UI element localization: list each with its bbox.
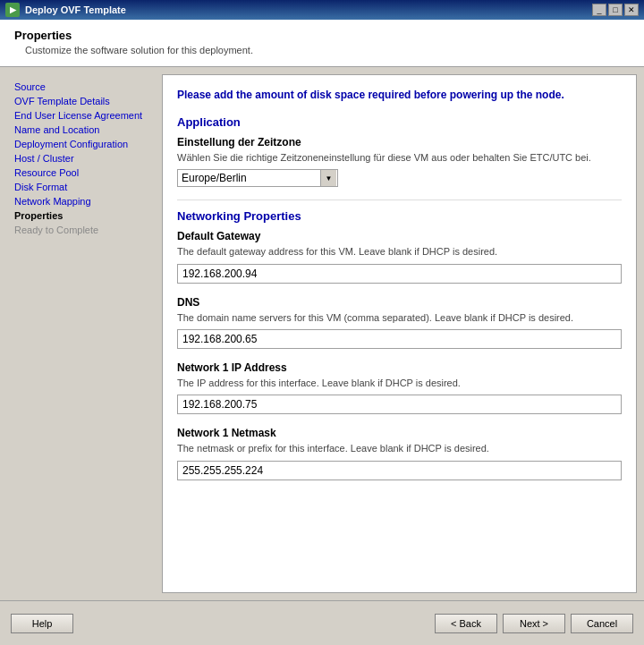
network1-ip-input[interactable] [177,395,622,414]
network1-netmask-desc: The netmask or prefix for this interface… [177,442,622,455]
default-gateway-field-group: Default Gateway The default gateway addr… [177,230,622,283]
default-gateway-label: Default Gateway [177,230,622,242]
network1-netmask-field-group: Network 1 Netmask The netmask or prefix … [177,427,622,480]
sidebar-item-deployment-configuration[interactable]: Deployment Configuration [11,137,151,151]
timezone-field-group: Einstellung der Zeitzone Wählen Sie die … [177,136,622,187]
maximize-button[interactable]: □ [608,4,623,16]
section-divider [177,199,622,200]
dns-label: DNS [177,296,622,309]
cancel-button[interactable]: Cancel [571,614,633,633]
sidebar-item-name-location[interactable]: Name and Location [11,123,151,137]
sidebar-item-ovf-template-details[interactable]: OVF Template Details [11,94,151,108]
minimize-button[interactable]: _ [592,4,606,16]
title-bar-left: ▶ Deploy OVF Template [5,3,126,17]
networking-section: Networking Properties Default Gateway Th… [177,209,622,480]
close-button[interactable]: ✕ [624,4,639,16]
network1-netmask-label: Network 1 Netmask [177,427,622,439]
timezone-label: Einstellung der Zeitzone [177,136,622,149]
dialog-header: Properties Customize the software soluti… [0,20,644,67]
dialog-header-subtitle: Customize the software solution for this… [14,45,630,55]
dns-field-group: DNS The domain name servers for this VM … [177,296,622,349]
network1-netmask-input[interactable] [177,461,622,480]
dns-desc: The domain name servers for this VM (com… [177,311,622,325]
dialog-content: Source OVF Template Details End User Lic… [0,67,644,600]
dialog-header-title: Properties [14,29,630,42]
timezone-select[interactable]: Europe/Berlin ETC/UTC America/New_York A… [177,169,338,187]
footer-left[interactable]: Help [11,614,73,633]
app-icon: ▶ [5,3,20,17]
main-panel: Please add the amount of disk space requ… [162,74,637,593]
footer-right: < Back Next > Cancel [435,614,633,633]
sidebar-item-properties: Properties [11,208,151,223]
next-button[interactable]: Next > [503,614,565,633]
sidebar: Source OVF Template Details End User Lic… [7,74,155,593]
back-button[interactable]: < Back [435,614,497,633]
application-section: Application Einstellung der Zeitzone Wäh… [177,115,622,187]
notice-text: Please add the amount of disk space requ… [177,88,622,103]
help-button[interactable]: Help [11,614,73,633]
timezone-select-wrapper[interactable]: Europe/Berlin ETC/UTC America/New_York A… [177,169,338,187]
sidebar-item-disk-format[interactable]: Disk Format [11,180,151,194]
application-section-title: Application [177,115,622,129]
title-bar: ▶ Deploy OVF Template _ □ ✕ [0,0,644,20]
default-gateway-input[interactable] [177,264,622,284]
sidebar-item-resource-pool[interactable]: Resource Pool [11,165,151,180]
sidebar-item-ready-to-complete: Ready to Complete [11,223,151,237]
default-gateway-desc: The default gateway address for this VM.… [177,245,622,259]
network1-ip-field-group: Network 1 IP Address The IP address for … [177,361,622,414]
sidebar-item-network-mapping[interactable]: Network Mapping [11,194,151,208]
title-controls[interactable]: _ □ ✕ [592,4,639,16]
networking-section-title: Networking Properties [177,209,622,223]
dialog-footer: Help < Back Next > Cancel [0,600,644,645]
sidebar-item-host-cluster[interactable]: Host / Cluster [11,151,151,165]
title-text: Deploy OVF Template [25,4,126,15]
sidebar-item-eula[interactable]: End User License Agreement [11,108,151,123]
network1-ip-label: Network 1 IP Address [177,361,622,374]
dns-input[interactable] [177,329,622,349]
dialog: Properties Customize the software soluti… [0,20,644,645]
timezone-desc: Wählen Sie die richtige Zeitzoneneinstel… [177,151,622,165]
sidebar-item-source[interactable]: Source [11,80,151,94]
network1-ip-desc: The IP address for this interface. Leave… [177,377,622,390]
